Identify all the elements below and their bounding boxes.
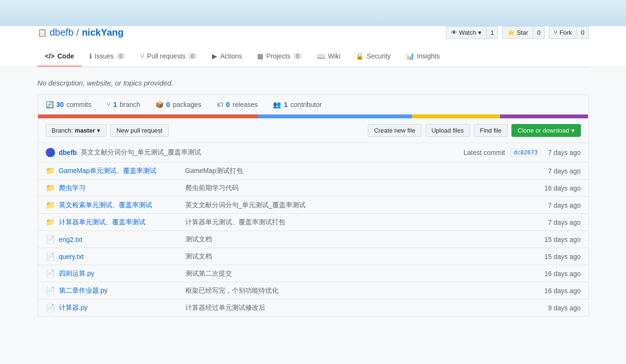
releases-label: releases [232,101,258,108]
releases-count[interactable]: 0 [226,101,230,108]
stat-branches[interactable]: ⑂ 1 branch [106,101,140,108]
actions-icon: ▶ [212,52,217,60]
stats-bar: 🔄 30 commits ⑂ 1 branch 📦 0 packages 🏷 0… [38,95,588,115]
tab-actions-label: Actions [220,52,242,60]
tab-actions[interactable]: ▶ Actions [204,47,250,67]
tab-security[interactable]: 🔒 Security [348,47,398,67]
fork-icon: ⑂ [554,29,558,36]
upload-files-button[interactable]: Upload files [425,124,470,137]
toolbar-left: Branch: master ▾ New pull request [46,124,169,137]
file-commit-message: 计算器经过单元测试修改后 [178,304,549,312]
tab-code[interactable]: </> Code [38,47,82,67]
security-icon: 🔒 [356,52,364,60]
file-name-link[interactable]: GameMap单元测试、覆盖率测试 [59,167,178,175]
star-button[interactable]: ⭐ Star [502,26,533,39]
file-name-link[interactable]: 计算器.py [59,304,178,312]
table-row: 📁 英文检索单元测试、覆盖率测试 英文文献分词分句_单元测试_覆盖率测试 7 d… [38,197,588,214]
releases-icon: 🏷 [217,101,223,108]
wiki-icon: 📖 [317,52,325,60]
pr-icon: ⑂ [140,52,144,60]
tab-wiki[interactable]: 📖 Wiki [309,47,348,67]
stat-releases[interactable]: 🏷 0 releases [217,101,258,108]
file-icon: 📄 [46,235,55,244]
file-name-link[interactable]: 第二章作业题.py [59,287,178,295]
star-icon: ⭐ [507,29,515,36]
commits-icon: 🔄 [46,101,54,108]
file-toolbar: Branch: master ▾ New pull request Create… [38,118,588,143]
stat-contributors[interactable]: 👥 1 contributor [273,101,322,108]
file-icon: 📄 [46,286,55,295]
folder-icon: 📁 [46,183,55,192]
find-file-button[interactable]: Find file [474,124,508,137]
table-row: 📁 GameMap单元测试、覆盖率测试 GameMap测试打包 7 days a… [38,163,588,180]
clone-download-button[interactable]: Clone or download ▾ [511,124,580,137]
star-group: ⭐ Star 0 [502,26,545,39]
commits-count[interactable]: 30 [57,101,64,108]
pr-badge: 0 [188,53,197,59]
branch-selector[interactable]: Branch: master ▾ [46,124,106,137]
chevron-icon: ▾ [97,127,100,134]
file-time: 7 days ago [548,201,581,209]
separator: / [77,27,79,38]
tab-code-label: Code [58,52,74,60]
file-time: 7 days ago [548,167,581,175]
commit-time: 7 days ago [548,149,581,156]
branches-label: branch [120,101,140,108]
repo-owner-link[interactable]: dbefb [50,27,74,38]
file-name-link[interactable]: 四则运算.py [59,269,178,278]
table-row: 📁 计算器单元测试、覆盖率测试 计算器单元测试、覆盖率测试打包 7 days a… [38,214,588,231]
projects-icon: ▦ [257,52,263,60]
file-time: 9 days ago [548,304,581,312]
commit-author-avatar [46,148,55,157]
file-name-link[interactable]: eng2.txt [59,236,178,243]
file-name-link[interactable]: 计算器单元测试、覆盖率测试 [59,218,178,227]
file-commit-message: 框架已经写完，个别功能待优化 [178,287,545,295]
branches-count[interactable]: 1 [113,101,117,108]
table-row: 📄 四则运算.py 测试第二次提交 16 days ago [38,265,588,282]
tab-pull-requests[interactable]: ⑂ Pull requests 0 [133,47,204,67]
fork-button[interactable]: ⑂ Fork [549,26,577,39]
file-name-link[interactable]: query.txt [59,253,178,260]
table-row: 📄 query.txt 测试文档 15 days ago [38,248,588,265]
book-icon: 📋 [38,28,47,37]
projects-badge: 0 [293,53,302,59]
watch-button[interactable]: 👁 Watch ▾ [446,26,486,39]
file-icon: 📄 [46,269,55,278]
tab-issues[interactable]: ℹ Issues 0 [82,47,133,67]
table-row: 📁 爬虫学习 爬虫前期学习代码 16 days ago [38,180,588,197]
repo-name-link[interactable]: nickYang [82,27,124,38]
dropdown-arrow-icon: ▾ [571,127,575,134]
file-commit-message: 测试第二次提交 [178,269,545,278]
main-content: No description, website, or topics provi… [28,67,598,324]
tab-projects[interactable]: ▦ Projects 0 [250,47,309,67]
stat-commits[interactable]: 🔄 30 commits [46,101,92,108]
watch-label: Watch [459,29,476,36]
commit-author-link[interactable]: dbefb [59,149,77,156]
commit-sha-link[interactable]: dc82673 [510,148,540,157]
table-row: 📄 计算器.py 计算器经过单元测试修改后 9 days ago [38,299,588,316]
file-commit-message: 测试文档 [178,235,545,244]
file-name-link[interactable]: 英文检索单元测试、覆盖率测试 [59,201,178,210]
file-time: 15 days ago [544,236,580,243]
packages-count[interactable]: 0 [166,101,170,108]
contributors-count[interactable]: 1 [284,101,288,108]
tab-insights[interactable]: 📊 Insights [398,47,447,67]
stat-packages[interactable]: 📦 0 packages [155,101,202,108]
file-time: 16 days ago [544,270,580,278]
branch-name: master [75,127,95,134]
file-icon: 📄 [46,303,55,312]
code-icon: </> [45,52,55,60]
new-pull-request-button[interactable]: New pull request [110,124,169,137]
file-name-link[interactable]: 爬虫学习 [59,184,178,192]
packages-icon: 📦 [155,101,164,108]
packages-label: packages [173,101,202,108]
file-commit-message: 计算器单元测试、覆盖率测试打包 [178,218,549,227]
fork-label: Fork [559,29,572,36]
repo-name: 📋 dbefb / nickYang [38,27,124,38]
repo-description: No description, website, or topics provi… [38,75,589,95]
fork-count: 0 [577,26,588,39]
create-new-file-button[interactable]: Create new file [368,124,422,137]
watch-group: 👁 Watch ▾ 1 [446,26,499,39]
top-bar [0,0,626,26]
folder-icon: 📁 [46,166,55,175]
